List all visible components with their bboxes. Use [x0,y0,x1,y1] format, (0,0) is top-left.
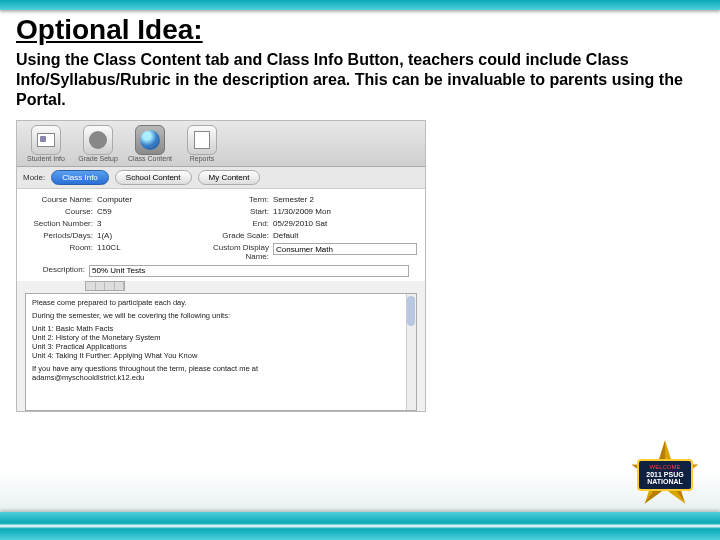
badge-welcome: WELCOME [641,464,689,471]
reports-icon [187,125,217,155]
room-value: 110CL [97,243,187,261]
slide-subtitle: Using the Class Content tab and Class In… [16,50,704,110]
mode-school-content[interactable]: School Content [115,170,192,185]
grade-scale-label: Grade Scale: [191,231,269,240]
editor-scrollbar[interactable] [406,294,416,410]
course-label: Course: [25,207,93,216]
mode-my-content[interactable]: My Content [198,170,261,185]
reports-button[interactable]: Reports [179,125,225,162]
course-name-value: Computer [97,195,187,204]
class-content-label: Class Content [128,155,172,162]
term-value: Semester 2 [273,195,417,204]
reports-label: Reports [190,155,215,162]
richtext-toolbar[interactable] [85,281,125,291]
student-info-label: Student Info [27,155,65,162]
editor-unit: Unit 3: Practical Applications [32,342,410,351]
term-label: Term: [191,195,269,204]
start-value: 11/30/2009 Mon [273,207,417,216]
editor-unit: Unit 1: Basic Math Facts [32,324,410,333]
grade-setup-label: Grade Setup [78,155,118,162]
room-label: Room: [25,243,93,261]
end-value: 05/29/2010 Sat [273,219,417,228]
editor-unit: Unit 2: History of the Monetary System [32,333,410,342]
psug-badge: WELCOME 2011 PSUG NATIONAL [622,440,708,510]
periods-days-label: Periods/Days: [25,231,93,240]
scrollbar-thumb[interactable] [407,296,415,326]
student-info-icon [31,125,61,155]
mode-selector: Mode: Class Info School Content My Conte… [17,167,425,189]
gradebook-screenshot: Student Info Grade Setup Class Content R… [16,120,426,412]
psug-sign: WELCOME 2011 PSUG NATIONAL [637,459,693,491]
mode-class-info[interactable]: Class Info [51,170,109,185]
description-label: Description: [25,265,85,274]
section-number-value: 3 [97,219,187,228]
class-content-button[interactable]: Class Content [127,125,173,162]
editor-unit: Unit 4: Taking It Further: Applying What… [32,351,410,360]
grade-scale-value: Default [273,231,417,240]
description-row: Description: 50% Unit Tests [17,265,425,281]
slide-bottom-fade [0,472,720,512]
slide-bottom-border [0,512,720,540]
description-editor[interactable]: Please come prepared to participate each… [25,293,417,411]
editor-contact-email: adams@myschooldistrict.k12.edu [32,373,144,382]
grade-setup-icon [83,125,113,155]
course-value: C59 [97,207,187,216]
description-snippet: 50% Unit Tests [89,265,409,277]
section-number-label: Section Number: [25,219,93,228]
periods-days-value: 1(A) [97,231,187,240]
slide-top-border [0,0,720,10]
class-info-fields: Course Name: Computer Term: Semester 2 C… [17,189,425,265]
mode-label: Mode: [23,173,45,182]
custom-display-name-input[interactable] [273,243,417,255]
badge-psug: 2011 PSUG NATIONAL [641,471,689,486]
student-info-button[interactable]: Student Info [23,125,69,162]
editor-line: Please come prepared to participate each… [32,298,410,307]
main-toolbar: Student Info Grade Setup Class Content R… [17,121,425,167]
grade-setup-button[interactable]: Grade Setup [75,125,121,162]
editor-contact-text: If you have any questions throughout the… [32,364,258,373]
custom-display-name-label: Custom Display Name: [191,243,269,261]
course-name-label: Course Name: [25,195,93,204]
end-label: End: [191,219,269,228]
class-content-icon [135,125,165,155]
slide-title: Optional Idea: [16,14,704,46]
editor-line: During the semester, we will be covering… [32,311,410,320]
start-label: Start: [191,207,269,216]
